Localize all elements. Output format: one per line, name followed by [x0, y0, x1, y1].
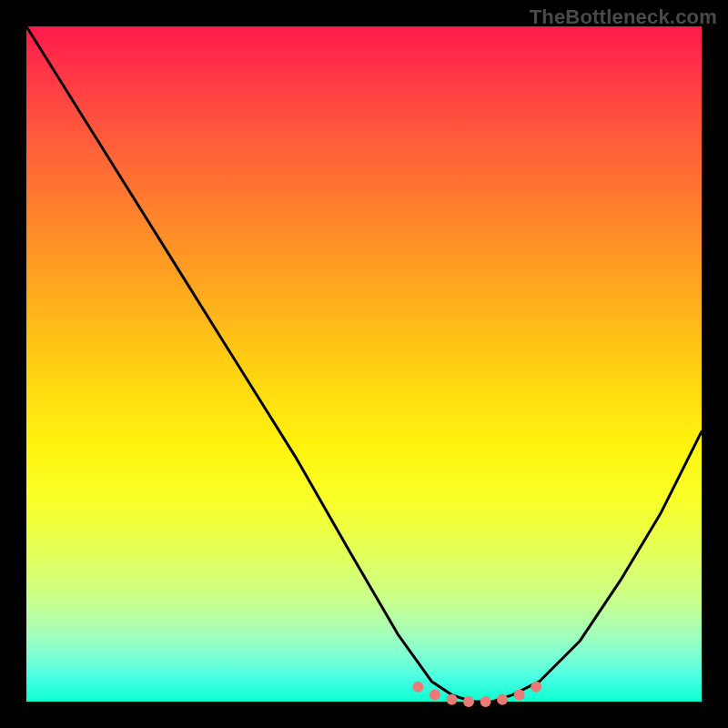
accent-dot: [430, 690, 440, 701]
accent-dot: [497, 694, 508, 705]
accent-dot: [463, 696, 474, 707]
accent-dot: [412, 682, 423, 693]
curve-path: [26, 26, 702, 702]
bottleneck-curve: [26, 26, 702, 702]
accent-dot: [447, 694, 458, 705]
accent-dot: [531, 682, 541, 693]
chart-frame: TheBottleneck.com: [0, 0, 728, 728]
accent-dot: [514, 690, 525, 701]
chart-svg: [26, 26, 702, 702]
watermark-text: TheBottleneck.com: [530, 5, 717, 29]
accent-dot: [480, 696, 491, 707]
accent-dots: [412, 682, 541, 707]
